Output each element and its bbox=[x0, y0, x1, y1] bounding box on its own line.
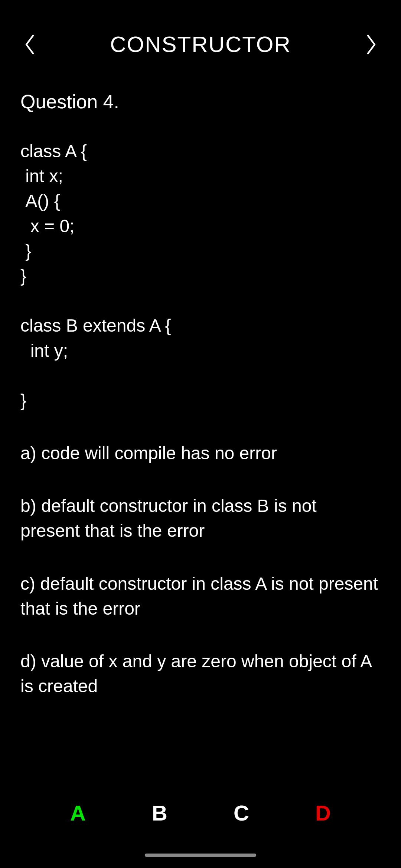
option-d: d) value of x and y are zero when object… bbox=[20, 649, 381, 698]
answer-button-c[interactable]: C bbox=[226, 800, 256, 825]
answer-bar: A B C D bbox=[0, 800, 401, 825]
content: Question 4. class A { int x; A() { x = 0… bbox=[0, 91, 401, 698]
chevron-right-icon bbox=[365, 33, 378, 56]
page-title: CONSTRUCTOR bbox=[110, 32, 291, 57]
answer-button-d[interactable]: D bbox=[308, 800, 338, 825]
question-label: Question 4. bbox=[20, 91, 381, 113]
answer-button-b[interactable]: B bbox=[145, 800, 175, 825]
code-block: class A { int x; A() { x = 0; } } class … bbox=[20, 139, 381, 413]
back-button[interactable] bbox=[19, 33, 41, 56]
options-list: a) code will compile has no error b) def… bbox=[20, 441, 381, 698]
header: CONSTRUCTOR bbox=[0, 0, 401, 72]
chevron-left-icon bbox=[23, 33, 36, 56]
option-a: a) code will compile has no error bbox=[20, 441, 381, 466]
forward-button[interactable] bbox=[360, 33, 382, 56]
answer-button-a[interactable]: A bbox=[63, 800, 93, 825]
option-b: b) default constructor in class B is not… bbox=[20, 493, 381, 543]
home-indicator bbox=[145, 854, 256, 857]
option-c: c) default constructor in class A is not… bbox=[20, 571, 381, 621]
